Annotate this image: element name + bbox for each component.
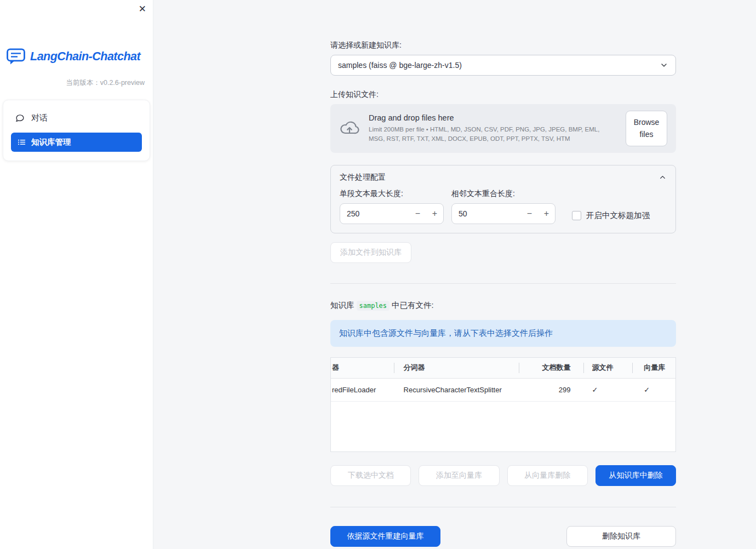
table-header-row: 器 分词器 文档数量 源文件 向量库 [331, 358, 675, 379]
expander-title: 文件处理配置 [340, 173, 386, 182]
overlap-value: 50 [452, 209, 521, 218]
expander-header[interactable]: 文件处理配置 [331, 165, 675, 182]
close-icon[interactable]: ✕ [139, 4, 146, 14]
upload-label: 上传知识文件: [330, 90, 676, 100]
add-to-vector-store-button[interactable]: 添加至向量库 [419, 465, 499, 486]
table-header-loader[interactable]: 器 [331, 358, 394, 378]
sidebar-item-label: 对话 [31, 113, 48, 123]
delete-kb-button[interactable]: 删除知识库 [566, 526, 676, 547]
table-header-splitter[interactable]: 分词器 [394, 358, 519, 378]
table-action-buttons: 下载选中文档 添加至向量库 从向量库删除 从知识库中删除 [330, 465, 676, 486]
cell-loader: redFileLoader [331, 379, 394, 401]
uploader-limit-text: Limit 200MB per file • HTML, MD, JSON, C… [369, 125, 617, 143]
cell-doc-count: 299 [519, 379, 584, 401]
decrement-button[interactable]: − [409, 204, 426, 224]
info-banner: 知识库中包含源文件与向量库，请从下表中选择文件后操作 [330, 320, 676, 347]
upload-cloud-icon [339, 120, 360, 136]
sidebar-menu: 对话 知识库管理 [3, 100, 150, 161]
max-length-input[interactable]: 250 − + [340, 203, 444, 224]
file-config-expander: 文件处理配置 单段文本最大长度: 250 − + 相邻文 [330, 165, 676, 233]
browse-files-button[interactable]: Browse files [626, 111, 667, 146]
delete-from-kb-button[interactable]: 从知识库中删除 [595, 465, 676, 486]
logo-chat-icon [7, 48, 25, 65]
table-header-vector-store[interactable]: 向量库 [632, 358, 675, 378]
overlap-label: 相邻文本重合长度: [451, 189, 555, 199]
table-header-source-file[interactable]: 源文件 [583, 358, 632, 378]
chat-bubble-icon [15, 113, 25, 123]
file-uploader-dropzone[interactable]: Drag and drop files here Limit 200MB per… [330, 104, 676, 153]
max-length-value: 250 [340, 209, 409, 218]
kb-name-code: samples [357, 301, 390, 311]
max-length-label: 单段文本最大长度: [340, 189, 444, 199]
divider [330, 283, 676, 284]
sidebar-item-knowledge-base[interactable]: 知识库管理 [11, 133, 142, 152]
table-row[interactable]: redFileLoader RecursiveCharacterTextSpli… [331, 379, 675, 402]
files-table[interactable]: 器 分词器 文档数量 源文件 向量库 redFileLoader Recursi… [330, 357, 676, 452]
add-files-to-kb-button[interactable]: 添加文件到知识库 [330, 242, 411, 263]
chevron-down-icon [660, 61, 668, 70]
sidebar: ✕ LangChain-Chatchat 当前版本：v0.2.6-preview… [0, 0, 153, 549]
existing-files-line: 知识库samples中已有文件: [330, 300, 676, 311]
cell-splitter: RecursiveCharacterTextSplitter [394, 379, 519, 401]
checkbox-label: 开启中文标题加强 [586, 210, 650, 221]
cell-vector-store-check: ✓ [632, 379, 675, 401]
table-header-doc-count[interactable]: 文档数量 [519, 358, 584, 378]
increment-button[interactable]: + [538, 204, 555, 224]
sidebar-item-label: 知识库管理 [31, 137, 71, 147]
app-title: LangChain-Chatchat [30, 50, 140, 64]
uploader-title: Drag and drop files here [369, 113, 617, 122]
kb-select-value: samples (faiss @ bge-large-zh-v1.5) [338, 61, 462, 70]
list-icon [18, 138, 26, 146]
kb-bottom-actions: 依据源文件重建向量库 删除知识库 [330, 526, 676, 547]
rebuild-vector-store-button[interactable]: 依据源文件重建向量库 [330, 526, 440, 547]
overlap-input[interactable]: 50 − + [451, 203, 555, 224]
remove-from-vector-store-button[interactable]: 从向量库删除 [507, 465, 588, 486]
kb-select-label: 请选择或新建知识库: [330, 41, 676, 50]
version-text: 当前版本：v0.2.6-preview [0, 78, 153, 88]
divider [330, 507, 676, 507]
uploader-text: Drag and drop files here Limit 200MB per… [369, 113, 617, 143]
app-logo: LangChain-Chatchat [7, 48, 146, 65]
sidebar-item-dialogue[interactable]: 对话 [11, 109, 142, 127]
increment-button[interactable]: + [426, 204, 443, 224]
chevron-up-icon [658, 173, 667, 181]
kb-select[interactable]: samples (faiss @ bge-large-zh-v1.5) [330, 55, 676, 76]
download-selected-button[interactable]: 下载选中文档 [330, 465, 411, 486]
cell-source-file-check: ✓ [583, 379, 632, 401]
main-area: 请选择或新建知识库: samples (faiss @ bge-large-zh… [153, 0, 756, 549]
chinese-title-checkbox[interactable]: 开启中文标题加强 [572, 210, 650, 221]
checkbox-box-icon [572, 211, 581, 220]
decrement-button[interactable]: − [521, 204, 538, 224]
